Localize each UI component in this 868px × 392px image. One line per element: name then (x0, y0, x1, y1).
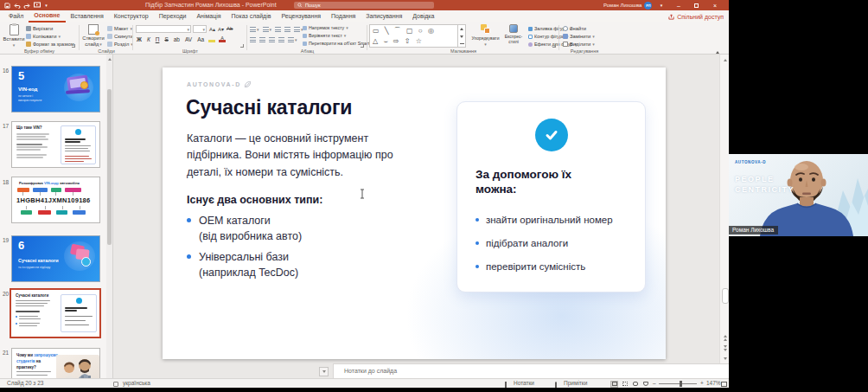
shapes-row[interactable]: △ ⌣ ⇨ ⇧ ☆ (373, 36, 456, 47)
find-button[interactable]: Знайти (563, 25, 586, 32)
bullets-button[interactable] (250, 27, 259, 32)
increase-indent-icon[interactable] (284, 27, 290, 32)
search-input[interactable] (305, 3, 431, 8)
align-right-icon[interactable] (269, 37, 275, 42)
slide-bullet-oem[interactable]: OEM каталоги(від виробника авто) (187, 213, 302, 244)
tab-slideshow[interactable]: Показ слайдів (227, 10, 277, 22)
convert-smartart-button[interactable]: Перетворити на об'єкт SmartArt (303, 40, 376, 47)
new-slide-button[interactable]: Створити слайд (81, 24, 105, 47)
collapse-ribbon-button[interactable] (716, 46, 719, 51)
spellcheck-icon[interactable] (113, 382, 118, 387)
scroll-down-button[interactable] (720, 354, 729, 363)
align-text-button[interactable]: Вирівняти текст (303, 32, 346, 39)
close-button[interactable]: × (707, 0, 723, 10)
minimize-button[interactable]: – (671, 0, 686, 10)
zoom-out-button[interactable]: – (653, 379, 656, 388)
notes-pane[interactable]: Нотатки до слайда (333, 363, 729, 378)
slide-types-heading[interactable]: Існує два основних типи: (187, 194, 322, 206)
tab-view[interactable]: Подання (326, 10, 361, 22)
shrink-font-button[interactable]: A▾ (218, 26, 224, 32)
italic-button[interactable]: К (146, 36, 151, 42)
gallery-scrollbar[interactable] (457, 25, 465, 47)
thumbnail-slide-21[interactable]: Чому ми запрошуємо студентів на практику… (11, 348, 100, 378)
notes-toggle-button[interactable]: Нотатки (514, 379, 534, 388)
save-icon[interactable] (3, 2, 11, 9)
thumbnail-slide-16[interactable]: 5 VIN-код як читати і використовувати (11, 66, 100, 112)
columns-button[interactable] (288, 37, 297, 42)
tab-design[interactable]: Конструктор (109, 10, 154, 22)
thumbnail-scroll-up[interactable] (106, 55, 112, 63)
tab-file[interactable]: Файл (3, 10, 29, 22)
zoom-level[interactable]: 147% (706, 379, 721, 388)
tab-review[interactable]: Рецензування (276, 10, 326, 22)
comments-toggle-button[interactable]: Примітки (564, 379, 587, 388)
slideshow-view-button[interactable] (641, 381, 649, 388)
gallery-up-icon[interactable] (460, 28, 463, 30)
shapes-gallery[interactable]: ▭ ╲ ⌒ ▢ ○ ◎ △ ⌣ ⇨ ⇧ ☆ (369, 24, 466, 48)
paste-button[interactable]: Вставити (3, 24, 24, 48)
slide-bullet-universal[interactable]: Універсальні бази(наприклад TecDoc) (187, 249, 298, 280)
text-direction-button[interactable]: Напрямок тексту (303, 24, 348, 31)
shapes-row[interactable]: ▭ ╲ ⌒ ▢ ○ ◎ (373, 26, 456, 36)
font-color-button[interactable]: A (219, 36, 226, 42)
gallery-down-icon[interactable] (460, 35, 463, 38)
tab-help[interactable]: Довідка (407, 10, 439, 22)
language-indicator[interactable]: українська (123, 379, 150, 388)
zoom-in-button[interactable]: + (700, 379, 704, 388)
slide-title[interactable]: Сучасні каталоги (186, 96, 352, 119)
redo-icon[interactable] (22, 2, 30, 9)
tab-transitions[interactable]: Переходи (154, 10, 192, 22)
editor-scrollbar[interactable] (719, 55, 729, 363)
grow-font-button[interactable]: A▴ (209, 26, 215, 32)
change-case-button[interactable]: Aa (196, 36, 205, 42)
next-slide-button[interactable] (720, 344, 729, 352)
highlight-color-button[interactable] (208, 36, 215, 42)
thumbnail-slide-19[interactable]: 6 Сучасні каталоги та інструменти підбор… (11, 235, 100, 282)
notes-collapse-button[interactable] (319, 367, 329, 376)
tab-animations[interactable]: Анімація (191, 10, 226, 22)
zoom-slider-track[interactable] (659, 383, 697, 384)
thumbnail-scrollbar[interactable] (106, 55, 112, 378)
text-shadow-button[interactable]: ab (173, 36, 181, 42)
character-spacing-button[interactable]: AV (184, 36, 193, 42)
slide-canvas[interactable]: AUTONOVA-D Сучасні каталоги Каталоги — ц… (163, 67, 666, 359)
thumbnail-slide-17[interactable]: Що таке VIN? (11, 121, 100, 168)
dialog-launcher-icon[interactable] (552, 44, 556, 48)
search-box[interactable] (294, 2, 434, 9)
clear-format-button[interactable]: Ab (227, 26, 233, 31)
replace-button[interactable]: Замінити (563, 33, 595, 40)
zoom-slider-thumb[interactable] (680, 381, 682, 387)
slide-intro-text[interactable]: Каталоги — це основний інструмент підбір… (187, 131, 418, 181)
format-painter-button[interactable]: Формат за зразком (26, 41, 74, 48)
share-button[interactable]: Спільний доступ (668, 10, 724, 22)
scroll-up-button[interactable] (720, 55, 729, 64)
tab-home[interactable]: Основне (29, 10, 65, 22)
normal-view-button[interactable] (610, 381, 618, 388)
slide-sorter-view-button[interactable] (621, 381, 629, 388)
scroll-thumb[interactable] (722, 288, 729, 304)
start-slideshow-icon[interactable] (33, 2, 41, 9)
account-area[interactable]: Роман Лихошва РЛ (603, 0, 652, 10)
quick-access-dropdown-icon[interactable]: ▾ (42, 2, 50, 9)
underline-button[interactable]: П (155, 36, 161, 42)
line-spacing-button[interactable] (294, 27, 303, 32)
fit-to-window-button[interactable] (720, 381, 728, 388)
dialog-launcher-icon[interactable] (361, 44, 364, 48)
layout-button[interactable]: Макет (107, 25, 132, 32)
thumbnail-scroll-thumb[interactable] (107, 89, 112, 245)
ribbon-options-icon[interactable]: ▾ (654, 0, 669, 10)
cut-button[interactable]: Вирізати (26, 25, 53, 32)
numbering-button[interactable] (263, 27, 272, 32)
align-left-icon[interactable] (250, 37, 256, 42)
bold-button[interactable]: Ж (136, 36, 143, 42)
font-name-select[interactable] (136, 25, 191, 33)
justify-icon[interactable] (278, 37, 284, 42)
decrease-indent-icon[interactable] (275, 27, 281, 32)
strikethrough-button[interactable]: S (163, 36, 169, 42)
reading-view-button[interactable] (631, 381, 639, 388)
arrange-button[interactable]: Упорядкувати (470, 24, 501, 47)
restore-button[interactable] (688, 0, 704, 10)
copy-button[interactable]: Копіювати (26, 33, 61, 40)
previous-slide-button[interactable] (720, 333, 729, 342)
font-size-select[interactable] (193, 25, 207, 33)
